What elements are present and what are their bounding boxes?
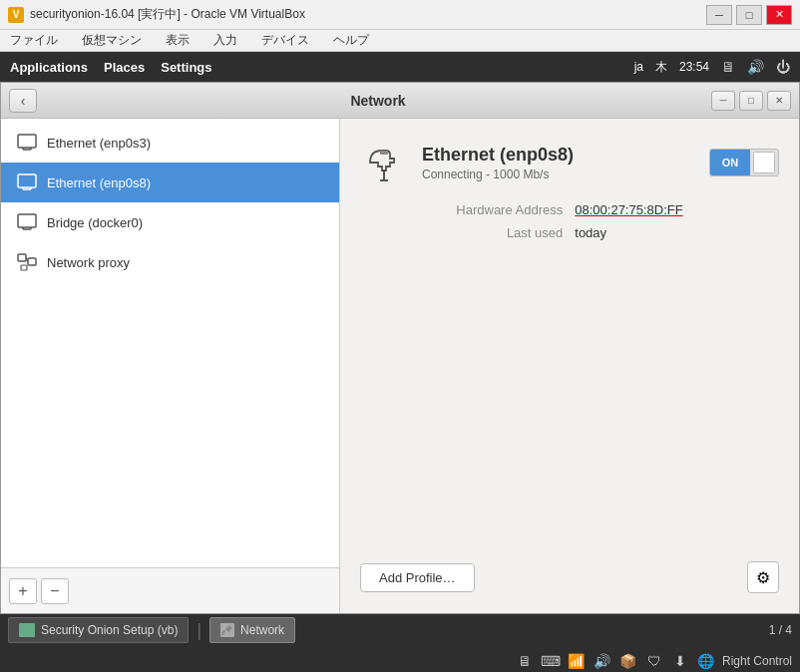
- svg-rect-13: [28, 258, 36, 265]
- taskbar-item-network[interactable]: Network: [209, 617, 295, 643]
- net-restore-btn[interactable]: □: [739, 91, 763, 111]
- sidebar-item-enp0s3[interactable]: Ethernet (enp0s3): [1, 123, 339, 163]
- detail-header: Ethernet (enp0s8) Connecting - 1000 Mb/s…: [360, 139, 779, 186]
- hardware-address-value: 08:00:27:75:8D:FF: [575, 202, 779, 217]
- sidebar-bottom: + −: [1, 567, 339, 613]
- toggle-off-area: [750, 150, 778, 175]
- sidebar-item-enp0s8[interactable]: Ethernet (enp0s8): [1, 163, 339, 202]
- hardware-address-label: Hardware Address: [360, 202, 563, 217]
- net-win-controls: ─ □ ✕: [711, 91, 791, 111]
- tray-icon-6[interactable]: 🛡: [644, 651, 664, 671]
- taskbar-separator: |: [197, 620, 201, 641]
- taskbar-network-label: Network: [240, 623, 284, 637]
- gnome-topbar: Applications Places Settings ja 木 23:54 …: [0, 52, 800, 82]
- net-content: Ethernet (enp0s3) Ethernet (enp0s8): [1, 119, 799, 613]
- gnome-applications[interactable]: Applications: [10, 60, 88, 75]
- sidebar-label-proxy: Network proxy: [47, 255, 130, 270]
- sidebar-item-proxy[interactable]: Network proxy: [1, 242, 339, 282]
- system-tray: 🖥 ⌨ 📶 🔊 📦 🛡 ⬇ 🌐 Right Control: [0, 646, 800, 672]
- sidebar-label-enp0s3: Ethernet (enp0s3): [47, 136, 151, 151]
- vbox-title: securityonion-16.04 [実行中] - Oracle VM Vi…: [30, 6, 706, 23]
- add-profile-btn[interactable]: Add Profile…: [360, 563, 475, 592]
- sidebar-item-docker0[interactable]: Bridge (docker0): [1, 202, 339, 242]
- detail-title-block: Ethernet (enp0s8) Connecting - 1000 Mb/s: [422, 145, 695, 181]
- detail-bottom: Add Profile… ⚙: [360, 561, 779, 593]
- last-used-label: Last used: [360, 225, 563, 240]
- detail-status: Connecting - 1000 Mb/s: [422, 168, 695, 181]
- gnome-lang: ja: [634, 60, 643, 74]
- vbox-icon: V: [8, 7, 24, 23]
- taskbar-network-icon: [220, 623, 234, 637]
- toggle-switch[interactable]: ON: [709, 149, 779, 176]
- vbox-win-controls: ─ □ ✕: [706, 5, 792, 25]
- vbox-restore-btn[interactable]: □: [736, 5, 762, 25]
- gnome-taskbar: Security Onion Setup (vb) | Network 1 / …: [0, 614, 800, 646]
- gnome-settings[interactable]: Settings: [161, 60, 211, 75]
- gnome-left-items: Applications Places Settings: [10, 60, 212, 75]
- tray-icon-2[interactable]: ⌨: [541, 651, 561, 671]
- taskbar-setup-label: Security Onion Setup (vb): [41, 623, 178, 637]
- svg-rect-0: [18, 135, 36, 148]
- svg-rect-16: [380, 151, 388, 155]
- taskbar-page-label: 1 / 4: [769, 623, 792, 637]
- net-window-title: Network: [45, 93, 711, 109]
- vbox-titlebar: V securityonion-16.04 [実行中] - Oracle VM …: [0, 0, 800, 30]
- tray-icon-8[interactable]: 🌐: [696, 651, 716, 671]
- menu-help[interactable]: ヘルプ: [329, 30, 373, 51]
- ethernet-logo: [360, 139, 408, 186]
- taskbar-item-setup[interactable]: Security Onion Setup (vb): [8, 617, 189, 643]
- tray-monitor-icon[interactable]: 🖥: [721, 59, 735, 75]
- menu-view[interactable]: 表示: [162, 30, 194, 51]
- ethernet-icon-enp0s8: [17, 172, 37, 192]
- net-close-btn[interactable]: ✕: [767, 91, 791, 111]
- net-minimize-btn[interactable]: ─: [711, 91, 735, 111]
- add-network-btn[interactable]: +: [9, 578, 37, 604]
- vbox-close-btn[interactable]: ✕: [766, 5, 792, 25]
- toggle-knob: [753, 152, 775, 173]
- gnome-day: 木: [655, 59, 667, 76]
- sidebar-label-enp0s8: Ethernet (enp0s8): [47, 175, 151, 190]
- net-sidebar-list: Ethernet (enp0s3) Ethernet (enp0s8): [1, 119, 339, 567]
- menu-input[interactable]: 入力: [209, 30, 241, 51]
- net-detail: Ethernet (enp0s8) Connecting - 1000 Mb/s…: [340, 119, 799, 613]
- net-sidebar: Ethernet (enp0s3) Ethernet (enp0s8): [1, 119, 340, 613]
- svg-rect-4: [18, 174, 36, 187]
- tray-icon-1[interactable]: 🖥: [515, 651, 535, 671]
- gnome-time: 23:54: [679, 60, 709, 74]
- taskbar-setup-icon: [19, 623, 35, 637]
- vbox-menubar: ファイル 仮想マシン 表示 入力 デバイス ヘルプ: [0, 30, 800, 52]
- tray-power-icon[interactable]: ⏻: [776, 59, 790, 75]
- net-titlebar: ‹ Network ─ □ ✕: [1, 83, 799, 119]
- menu-devices[interactable]: デバイス: [257, 30, 313, 51]
- gnome-right-items: ja 木 23:54 🖥 🔊 ⏻: [634, 59, 790, 76]
- menu-file[interactable]: ファイル: [6, 30, 62, 51]
- gnome-places[interactable]: Places: [104, 60, 145, 75]
- tray-icon-3[interactable]: 📶: [567, 651, 587, 671]
- gear-settings-btn[interactable]: ⚙: [747, 561, 779, 593]
- svg-rect-15: [21, 265, 27, 270]
- tray-icon-7[interactable]: ⬇: [670, 651, 690, 671]
- proxy-icon: [17, 252, 37, 272]
- network-window: ‹ Network ─ □ ✕: [0, 82, 800, 614]
- detail-info: Hardware Address 08:00:27:75:8D:FF Last …: [360, 202, 779, 240]
- tray-icon-4[interactable]: 🔊: [593, 651, 612, 671]
- vbox-minimize-btn[interactable]: ─: [706, 5, 732, 25]
- right-control-label: Right Control: [722, 654, 792, 668]
- sidebar-label-docker0: Bridge (docker0): [47, 215, 143, 230]
- remove-network-btn[interactable]: −: [41, 578, 69, 604]
- tray-icon-5[interactable]: 📦: [618, 651, 638, 671]
- detail-name: Ethernet (enp0s8): [422, 145, 695, 166]
- svg-line-19: [222, 630, 224, 635]
- bridge-icon-docker0: [17, 212, 37, 232]
- svg-rect-12: [18, 254, 26, 261]
- net-back-btn[interactable]: ‹: [9, 89, 37, 113]
- toggle-on-label: ON: [710, 150, 750, 175]
- svg-rect-8: [18, 214, 36, 227]
- last-used-value: today: [575, 225, 779, 240]
- menu-vm[interactable]: 仮想マシン: [78, 30, 146, 51]
- tray-speaker-icon[interactable]: 🔊: [747, 59, 764, 75]
- ethernet-icon-enp0s3: [17, 133, 37, 153]
- gear-icon: ⚙: [756, 568, 770, 587]
